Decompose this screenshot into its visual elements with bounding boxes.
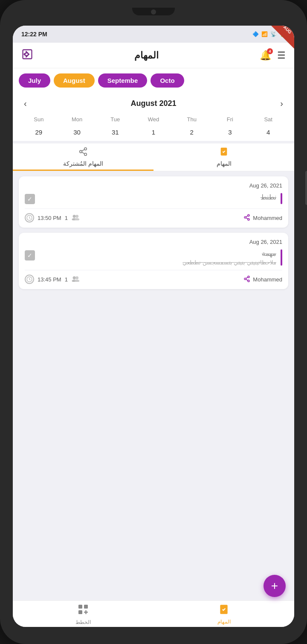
day-header-fri: Fri xyxy=(211,114,249,126)
task-title-2: مهمة xyxy=(39,249,276,258)
task-footer-2: Mohammed 13:45 PM 1 xyxy=(25,275,282,284)
attendees-count-1: 1 xyxy=(65,215,68,221)
svg-point-20 xyxy=(244,278,246,280)
tasks-tab-icon xyxy=(219,147,229,158)
task-date-2: Aug 26, 2021 xyxy=(25,239,282,245)
nav-right: 🔔 4 ☰ xyxy=(260,50,286,61)
cal-day-31[interactable]: 31 xyxy=(96,126,134,138)
month-tab-october[interactable]: Octo xyxy=(151,73,184,88)
task-checkbox-2[interactable]: ✓ xyxy=(25,250,35,261)
bottom-nav-tasks[interactable]: المهام xyxy=(154,604,294,625)
task-checkbox-1[interactable]: ✓ xyxy=(25,194,35,204)
task-text-2: مهمة ملاحظاتينيتي بنيتي بتسمسجسن نططعي xyxy=(39,249,276,266)
svg-point-5 xyxy=(80,150,82,153)
tasks-nav-icon xyxy=(218,604,229,618)
svg-point-25 xyxy=(72,276,75,279)
cal-day-29[interactable]: 29 xyxy=(20,126,58,138)
tab-tasks[interactable]: المهام xyxy=(154,143,294,171)
day-header-sun: Sun xyxy=(20,114,58,126)
bottom-nav: الخطط المهام xyxy=(13,600,294,627)
svg-point-16 xyxy=(75,215,78,218)
cal-day-1[interactable]: 1 xyxy=(134,126,173,138)
task-meta-2: 13:45 PM 1 xyxy=(25,275,80,284)
status-time: 12:22 PM xyxy=(21,31,47,38)
share-icon-1[interactable] xyxy=(243,214,250,222)
day-header-wed: Wed xyxy=(134,114,173,126)
day-header-mon: Mon xyxy=(58,114,96,126)
time-icon-1 xyxy=(25,213,34,222)
author-name-2: Mohammed xyxy=(253,276,282,283)
status-bar: 12:22 PM 🔷 📶 📡 🔋 xyxy=(13,26,294,43)
day-header-thu: Thu xyxy=(173,114,211,126)
plans-nav-icon xyxy=(77,603,89,618)
task-bar-1 xyxy=(281,193,282,204)
attendees-icon-1 xyxy=(71,214,80,222)
svg-point-15 xyxy=(72,215,75,218)
share-icon-2[interactable] xyxy=(243,275,250,284)
cal-day-4[interactable]: 4 xyxy=(249,126,287,138)
svg-line-23 xyxy=(246,277,248,278)
next-month-button[interactable]: › xyxy=(276,97,287,110)
signal-icon: 📶 xyxy=(261,31,268,37)
svg-line-13 xyxy=(246,216,248,217)
svg-point-19 xyxy=(248,276,249,278)
task-subtitle-2: ملاحظاتينيتي بنيتي بتسمسجسن نططعي xyxy=(39,259,276,266)
task-author-2: Mohammed xyxy=(243,275,282,284)
author-name-1: Mohammed xyxy=(253,215,282,221)
task-card-1[interactable]: Aug 26, 2021 نطنط ✓ Mohammed xyxy=(19,176,288,228)
attendees-count-2: 1 xyxy=(65,276,68,283)
menu-icon[interactable]: ☰ xyxy=(277,50,286,61)
month-tab-september[interactable]: Septembe xyxy=(98,73,148,88)
bottom-nav-plans[interactable]: الخطط xyxy=(13,603,154,625)
calendar-header: ‹ August 2021 › xyxy=(20,97,287,110)
svg-point-6 xyxy=(84,153,87,156)
task-time-2: 13:45 PM xyxy=(38,276,61,283)
phone-shell: AUG 12:22 PM 🔷 📶 📡 🔋 المهام xyxy=(0,0,307,644)
task-bar-2 xyxy=(281,249,282,266)
prev-month-button[interactable]: ‹ xyxy=(20,97,31,110)
svg-line-2 xyxy=(24,54,27,56)
task-card-2[interactable]: Aug 26, 2021 مهمة ملاحظاتينيتي بنيتي بتس… xyxy=(19,233,288,289)
tab-shared-tasks[interactable]: المهام المُشتركة xyxy=(13,143,154,171)
month-tab-august[interactable]: August xyxy=(54,73,95,88)
svg-line-7 xyxy=(82,152,84,154)
wifi-icon: 📡 xyxy=(270,31,277,37)
tasks-nav-label: المهام xyxy=(217,619,231,625)
task-footer-1: Mohammed 13:50 PM 1 xyxy=(25,213,282,222)
exit-icon[interactable] xyxy=(21,48,33,63)
task-body-1: نطنط ✓ xyxy=(25,193,282,209)
shared-tab-icon xyxy=(78,147,88,158)
side-button xyxy=(305,171,307,205)
day-header-sat: Sat xyxy=(249,114,287,126)
svg-point-4 xyxy=(84,148,87,150)
svg-rect-29 xyxy=(78,605,82,609)
svg-point-21 xyxy=(248,280,249,281)
day-header-tue: Tue xyxy=(96,114,134,126)
page-title: المهام xyxy=(134,50,159,61)
cal-day-2[interactable]: 2 xyxy=(173,126,211,138)
month-tab-july[interactable]: July xyxy=(19,73,50,88)
plans-nav-label: الخطط xyxy=(75,619,91,625)
svg-line-8 xyxy=(82,149,84,151)
attendees-icon-2 xyxy=(71,275,80,284)
svg-point-10 xyxy=(244,217,246,218)
shared-tab-label: المهام المُشتركة xyxy=(63,160,103,167)
svg-rect-30 xyxy=(84,605,88,609)
task-time-1: 13:50 PM xyxy=(38,215,61,221)
bell-icon[interactable]: 🔔 4 xyxy=(260,50,271,61)
svg-point-9 xyxy=(248,214,249,216)
svg-line-22 xyxy=(246,279,248,281)
svg-point-26 xyxy=(75,276,78,279)
fab-add-button[interactable]: + xyxy=(264,575,286,597)
top-nav: المهام 🔔 4 ☰ xyxy=(13,43,294,68)
cal-day-30[interactable]: 30 xyxy=(58,126,96,138)
phone-screen: AUG 12:22 PM 🔷 📶 📡 🔋 المهام xyxy=(13,26,294,627)
svg-rect-31 xyxy=(78,610,82,614)
cal-day-3[interactable]: 3 xyxy=(211,126,249,138)
tasks-list: Aug 26, 2021 نطنط ✓ Mohammed xyxy=(13,171,294,600)
task-text-1: نطنط xyxy=(39,193,276,201)
task-meta-1: 13:50 PM 1 xyxy=(25,213,80,222)
month-tabs: July August Septembe Octo xyxy=(13,68,294,93)
task-title-1: نطنط xyxy=(39,193,276,201)
calendar-grid: Sun Mon Tue Wed Thu Fri Sat 29 30 31 1 2… xyxy=(20,114,287,138)
